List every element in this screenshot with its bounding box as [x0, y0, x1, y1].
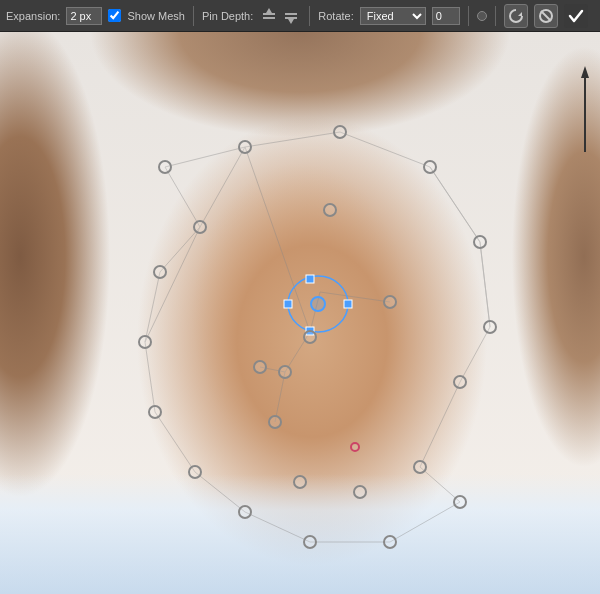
- separator-1: [193, 6, 194, 26]
- pin-depth-icons: [259, 6, 301, 26]
- arrow-indicator: [578, 64, 592, 157]
- rotate-label: Rotate:: [318, 10, 353, 22]
- mesh-point[interactable]: [138, 335, 152, 349]
- show-mesh-checkbox[interactable]: [108, 9, 121, 22]
- mesh-point[interactable]: [323, 203, 337, 217]
- mesh-point[interactable]: [238, 505, 252, 519]
- separator-4: [495, 6, 496, 26]
- pin-depth-up-icon[interactable]: [259, 6, 279, 26]
- pin-depth-label: Pin Depth:: [202, 10, 253, 22]
- separator-3: [468, 6, 469, 26]
- confirm-button[interactable]: [564, 4, 588, 28]
- mesh-point[interactable]: [383, 535, 397, 549]
- mesh-point[interactable]: [423, 160, 437, 174]
- mesh-point[interactable]: [253, 360, 267, 374]
- mesh-point[interactable]: [268, 415, 282, 429]
- svg-line-8: [541, 11, 551, 21]
- mesh-point[interactable]: [193, 220, 207, 234]
- svg-marker-2: [266, 8, 272, 13]
- mesh-point[interactable]: [148, 405, 162, 419]
- mesh-point[interactable]: [238, 140, 252, 154]
- separator-2: [309, 6, 310, 26]
- shirt-background: [0, 474, 600, 594]
- rotate-value-input[interactable]: [432, 7, 460, 25]
- svg-rect-3: [285, 13, 297, 15]
- mesh-point[interactable]: [333, 125, 347, 139]
- pin-depth-down-icon[interactable]: [281, 6, 301, 26]
- mesh-point-selected[interactable]: [310, 296, 326, 312]
- svg-rect-0: [263, 13, 275, 15]
- mesh-point[interactable]: [278, 365, 292, 379]
- svg-marker-5: [288, 19, 294, 24]
- cancel-button[interactable]: [534, 4, 558, 28]
- mesh-point[interactable]: [293, 475, 307, 489]
- mesh-point[interactable]: [303, 535, 317, 549]
- mesh-point[interactable]: [353, 485, 367, 499]
- mesh-point[interactable]: [303, 330, 317, 344]
- mesh-point[interactable]: [483, 320, 497, 334]
- mesh-point[interactable]: [453, 495, 467, 509]
- mesh-point[interactable]: [473, 235, 487, 249]
- mesh-point[interactable]: [383, 295, 397, 309]
- mesh-point[interactable]: [153, 265, 167, 279]
- mesh-point[interactable]: [188, 465, 202, 479]
- mesh-point[interactable]: [413, 460, 427, 474]
- mesh-point[interactable]: [453, 375, 467, 389]
- toolbar: Expansion: 2 px Show Mesh Pin Depth: Rot…: [0, 0, 600, 32]
- mesh-point[interactable]: [158, 160, 172, 174]
- rotate-mode-select[interactable]: Fixed Relative: [360, 7, 426, 25]
- svg-marker-26: [581, 66, 589, 78]
- reset-button[interactable]: [504, 4, 528, 28]
- mesh-point[interactable]: [350, 442, 360, 452]
- canvas-area[interactable]: [0, 32, 600, 594]
- indicator-dot: [477, 11, 487, 21]
- expansion-label: Expansion:: [6, 10, 60, 22]
- svg-rect-4: [285, 17, 297, 19]
- expansion-input[interactable]: 2 px: [66, 7, 102, 25]
- svg-rect-1: [263, 17, 275, 19]
- svg-marker-6: [518, 12, 522, 16]
- show-mesh-label: Show Mesh: [127, 10, 184, 22]
